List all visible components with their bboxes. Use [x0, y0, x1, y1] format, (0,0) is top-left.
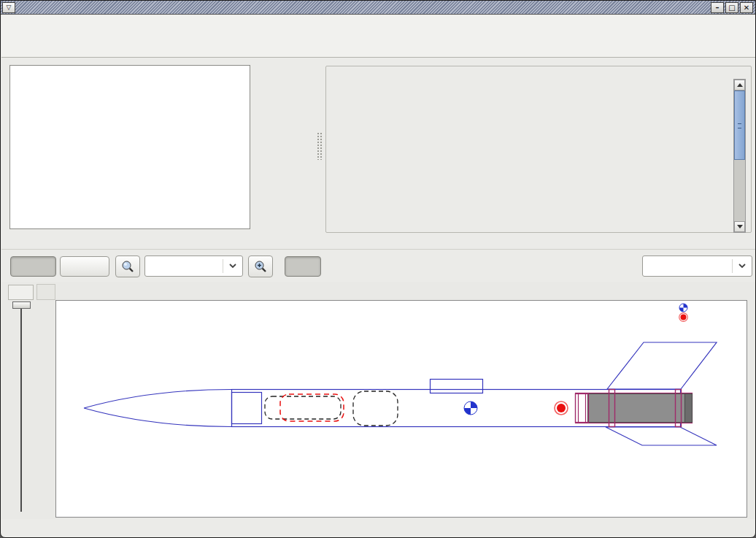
minimize-button[interactable]: – — [711, 2, 724, 13]
wadding-shape[interactable] — [353, 391, 398, 426]
cg-symbol — [464, 401, 477, 415]
nose-cone-shape[interactable] — [84, 390, 231, 427]
close-button[interactable]: ✕ — [740, 2, 753, 13]
scroll-down-icon[interactable] — [734, 221, 745, 232]
rotation-slider-thumb[interactable] — [12, 301, 31, 309]
component-tree[interactable] — [9, 65, 250, 229]
zoom-out-button[interactable] — [115, 255, 140, 277]
horizontal-ruler — [55, 284, 747, 300]
vertical-ruler — [36, 300, 55, 518]
rotation-value — [8, 285, 34, 300]
magnifier-icon — [120, 259, 135, 274]
engine-block-shape[interactable] — [576, 394, 589, 423]
stability-block — [679, 303, 730, 322]
scroll-up-icon[interactable] — [734, 80, 745, 91]
cp-icon — [679, 312, 688, 322]
shock-cord-shape[interactable] — [265, 396, 341, 419]
cg-icon — [679, 303, 688, 312]
rocket-drawing — [56, 301, 748, 518]
ruler-unit-label — [36, 284, 55, 300]
scrollbar-thumb[interactable] — [734, 91, 745, 160]
tab-row — [1, 33, 756, 58]
rocket-view-area — [1, 282, 756, 519]
window-menu-icon[interactable]: ▽ — [2, 2, 15, 13]
splitter-grip[interactable] — [317, 132, 323, 160]
fin-top-shape[interactable] — [607, 342, 717, 389]
add-component-panel — [325, 66, 752, 233]
zoom-in-button[interactable] — [248, 255, 273, 277]
maximize-button[interactable]: □ — [725, 2, 738, 13]
stage-1-toggle[interactable] — [285, 256, 321, 277]
side-view-button[interactable] — [10, 256, 56, 277]
menu-bar — [1, 15, 756, 33]
motor-configuration-select[interactable] — [642, 255, 752, 277]
fin-bottom-shape[interactable] — [606, 427, 717, 445]
rocket-canvas[interactable] — [55, 300, 747, 518]
title-bar[interactable]: ▽ – □ ✕ — [1, 1, 755, 15]
component-scrollbar[interactable] — [733, 79, 746, 233]
chevron-down-icon — [223, 259, 237, 273]
rotation-slider[interactable] — [20, 305, 22, 512]
view-toolbar — [1, 249, 756, 282]
motor-shape[interactable] — [588, 394, 693, 423]
cp-symbol — [555, 401, 568, 415]
magnifier-plus-icon — [253, 259, 268, 274]
parachute-shape[interactable] — [280, 394, 344, 421]
chevron-down-icon — [732, 259, 747, 273]
status-bar — [1, 518, 756, 534]
zoom-level-select[interactable] — [144, 255, 243, 277]
nose-shoulder-shape[interactable] — [232, 393, 262, 424]
app-window: ▽ – □ ✕ — [0, 0, 756, 538]
launch-lug-shape[interactable] — [431, 380, 483, 393]
back-view-button[interactable] — [60, 256, 109, 277]
